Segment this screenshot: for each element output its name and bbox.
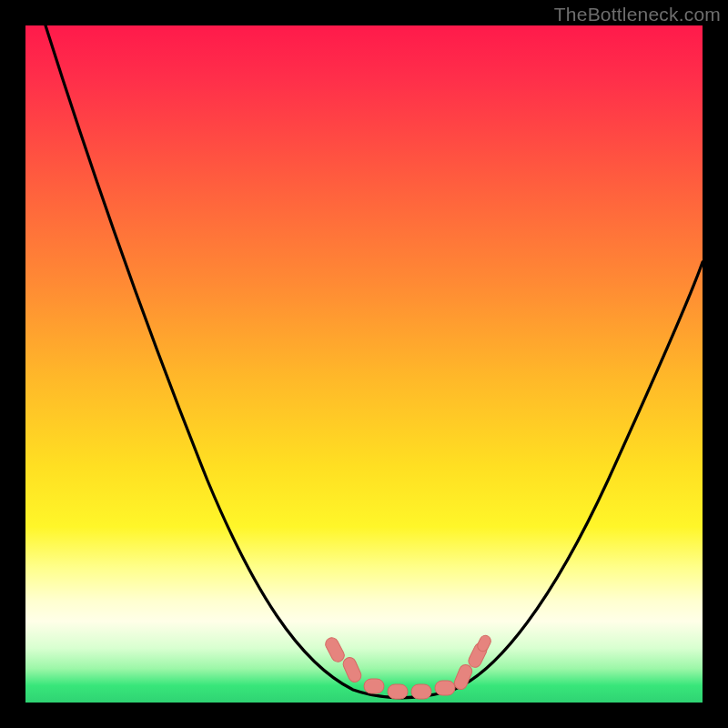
svg-rect-6 [452,662,473,691]
watermark-text: TheBottleneck.com [554,4,721,25]
outer-frame: TheBottleneck.com [0,0,728,728]
svg-rect-0 [323,635,347,663]
svg-rect-4 [411,684,431,699]
svg-rect-1 [341,655,363,683]
svg-rect-3 [388,684,408,699]
svg-rect-2 [364,679,384,693]
svg-rect-5 [435,681,455,695]
curve-layer [25,25,703,703]
bottleneck-curve [46,25,703,698]
gradient-plot-area [25,25,703,703]
